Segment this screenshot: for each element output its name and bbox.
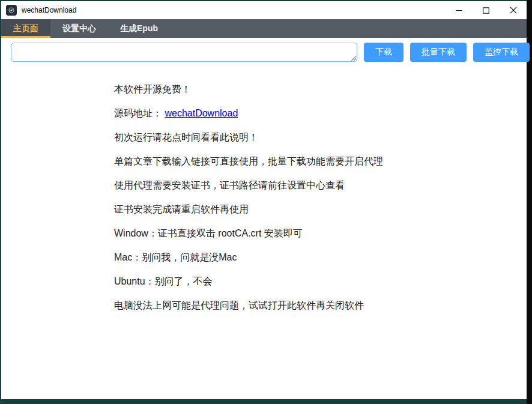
minimize-icon: [456, 7, 462, 14]
instruction-line: 初次运行请花点时间看看此说明！: [114, 130, 515, 144]
tab-main-page[interactable]: 主页面: [1, 19, 50, 38]
instruction-line: 证书安装完成请重启软件再使用: [114, 202, 515, 216]
close-button[interactable]: [500, 1, 527, 19]
maximize-icon: [483, 7, 489, 14]
close-icon: [510, 7, 517, 14]
app-icon: [6, 5, 17, 16]
tab-settings-center[interactable]: 设置中心: [50, 19, 108, 38]
app-logo-glyph: [8, 7, 15, 14]
download-toolbar: 下载 批量下载 监控下载: [11, 43, 520, 62]
instruction-line: 使用代理需要安装证书，证书路径请前往设置中心查看: [114, 178, 515, 192]
instruction-line: 本软件开源免费！: [114, 82, 515, 96]
instruction-line: 电脑没法上网可能是代理问题，试试打开此软件再关闭软件: [114, 298, 515, 312]
instructions: 本软件开源免费！ 源码地址： wechatDownload 初次运行请花点时间看…: [114, 82, 515, 399]
batch-download-button[interactable]: 批量下载: [410, 43, 467, 62]
download-button[interactable]: 下载: [364, 43, 404, 62]
url-input-wrapper: [11, 43, 357, 62]
window-title: wechatDownload: [22, 6, 446, 14]
instruction-line: Mac：别问我，问就是没Mac: [114, 250, 515, 264]
source-label: 源码地址：: [114, 108, 162, 118]
instruction-line: 单篇文章下载输入链接可直接使用，批量下载功能需要开启代理: [114, 154, 515, 168]
titlebar: wechatDownload: [1, 1, 527, 19]
monitor-download-button[interactable]: 监控下载: [473, 43, 530, 62]
instruction-line: Ubuntu：别问了，不会: [114, 274, 515, 288]
tabbar: 主页面 设置中心 生成Epub: [1, 19, 527, 38]
app-window: wechatDownload 主页面 设置中心 生成Epub 下: [1, 1, 527, 399]
minimize-button[interactable]: [446, 1, 473, 19]
url-input[interactable]: [11, 43, 357, 62]
instruction-line: Window：证书直接双击 rootCA.crt 安装即可: [114, 226, 515, 240]
tab-generate-epub[interactable]: 生成Epub: [108, 19, 170, 38]
source-line: 源码地址： wechatDownload: [114, 106, 515, 120]
source-link[interactable]: wechatDownload: [165, 108, 238, 118]
maximize-button[interactable]: [473, 1, 500, 19]
